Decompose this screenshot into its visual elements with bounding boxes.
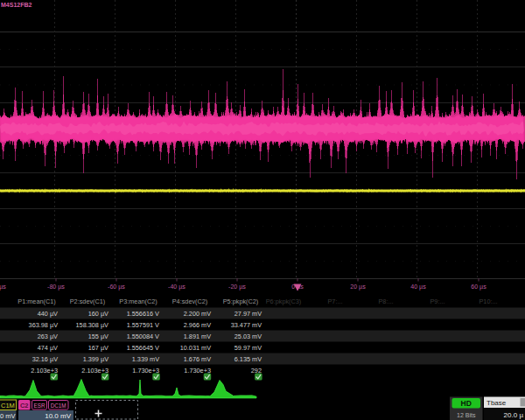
svg-text:20 µs: 20 µs [350, 284, 366, 290]
svg-text:1.339 mV: 1.339 mV [132, 355, 159, 363]
svg-text:ESR: ESR [34, 402, 46, 409]
svg-text:P8:...: P8:... [378, 298, 393, 305]
svg-text:P10:...: P10:... [479, 298, 497, 305]
svg-text:2.966 mV: 2.966 mV [184, 321, 211, 329]
svg-text:DC1M: DC1M [51, 402, 66, 409]
svg-text:155 µV: 155 µV [88, 332, 108, 340]
svg-text:20.0 µ: 20.0 µ [504, 411, 524, 419]
svg-text:-80 µs: -80 µs [47, 284, 65, 290]
svg-text:12 Bits: 12 Bits [457, 412, 476, 418]
svg-text:160 µV: 160 µV [88, 310, 108, 318]
svg-text:25.03 mV: 25.03 mV [234, 332, 262, 340]
svg-text:1.550084 V: 1.550084 V [127, 332, 159, 340]
svg-text:C1M: C1M [1, 402, 15, 410]
svg-text:P6:pkpk(C3): P6:pkpk(C3) [266, 298, 302, 305]
svg-text:0 mV: 0 mV [0, 412, 16, 420]
svg-text:C2: C2 [20, 402, 29, 410]
svg-text:-40 µs: -40 µs [168, 284, 186, 290]
svg-text:1.556645 V: 1.556645 V [127, 344, 159, 352]
svg-text:440 µV: 440 µV [38, 310, 58, 318]
svg-text:27.97 mV: 27.97 mV [234, 310, 262, 318]
svg-text:M4S12FB2: M4S12FB2 [1, 2, 32, 8]
svg-text:P5:pkpk(C2): P5:pkpk(C2) [223, 298, 259, 305]
svg-text:10.031 mV: 10.031 mV [180, 344, 211, 352]
svg-text:-60 µs: -60 µs [108, 284, 125, 290]
svg-text:60 µs: 60 µs [471, 284, 486, 290]
svg-text:158.308 µV: 158.308 µV [76, 321, 109, 329]
svg-text:HD: HD [461, 399, 472, 408]
svg-text:32.16 µV: 32.16 µV [32, 355, 58, 363]
svg-text:363.98 µV: 363.98 µV [29, 321, 59, 329]
svg-text:P2:sdev(C1): P2:sdev(C1) [70, 298, 106, 305]
svg-text:1.891 mV: 1.891 mV [184, 332, 211, 340]
svg-text:P4:sdev(C2): P4:sdev(C2) [172, 298, 208, 305]
svg-text:6.135 mV: 6.135 mV [234, 355, 262, 363]
svg-text:2.200 mV: 2.200 mV [184, 310, 211, 318]
svg-text:33.477 mV: 33.477 mV [231, 321, 262, 329]
svg-text:1.676 mV: 1.676 mV [184, 355, 211, 363]
svg-text:P7:...: P7:... [327, 298, 342, 305]
svg-text:P9:...: P9:... [430, 298, 444, 305]
svg-text:1.556616 V: 1.556616 V [127, 310, 159, 318]
svg-text:1.399 µV: 1.399 µV [83, 355, 108, 363]
svg-text:P3:mean(C2): P3:mean(C2) [119, 298, 157, 305]
svg-text:167 µV: 167 µV [88, 344, 108, 352]
svg-text:1.557591 V: 1.557591 V [127, 321, 159, 329]
svg-text:-20 µs: -20 µs [228, 284, 246, 290]
svg-text:59.97 mV: 59.97 mV [234, 344, 262, 352]
svg-text:474 µV: 474 µV [38, 344, 58, 352]
svg-text:P1:mean(C1): P1:mean(C1) [18, 298, 55, 305]
svg-text:Tbase: Tbase [486, 399, 507, 407]
svg-text:10.0 mV: 10.0 mV [45, 412, 71, 420]
svg-text:40 µs: 40 µs [410, 284, 426, 290]
svg-text:-100 µs: -100 µs [0, 284, 6, 290]
svg-text:263 µV: 263 µV [38, 332, 58, 340]
